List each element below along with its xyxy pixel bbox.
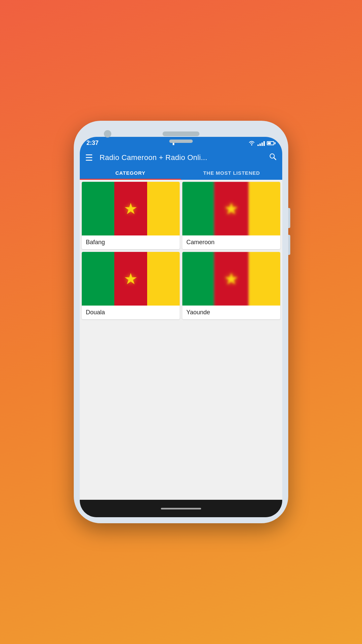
tab-most-listened[interactable]: THE MOST LISTENED	[181, 166, 282, 180]
content-area[interactable]: Bafang	[80, 180, 282, 500]
card-image-bafang	[82, 182, 180, 235]
card-image-cameroon	[182, 182, 280, 235]
status-bar: 2:37 ▮	[80, 137, 282, 149]
wifi-icon	[248, 141, 255, 146]
tab-category[interactable]: CATEGORY	[80, 166, 181, 180]
svg-point-0	[251, 144, 252, 146]
tabs-bar: CATEGORY THE MOST LISTENED	[80, 166, 282, 180]
card-cameroon[interactable]: Cameroon	[182, 182, 280, 249]
card-image-douala	[82, 252, 180, 306]
flag-star-douala	[124, 272, 137, 285]
status-icons	[248, 141, 276, 146]
card-label-cameroon: Cameroon	[182, 235, 280, 249]
phone-camera	[104, 130, 111, 138]
phone-shell: 2:37 ▮	[74, 121, 288, 523]
signal-bars	[257, 141, 265, 146]
svg-line-2	[274, 158, 276, 160]
phone-screen: 2:37 ▮	[80, 137, 282, 517]
flag-star-cameroon	[225, 202, 238, 215]
card-label-bafang: Bafang	[82, 235, 180, 249]
card-image-yaounde	[182, 252, 280, 306]
app-bar: ☰ Radio Cameroon + Radio Onli...	[80, 149, 282, 166]
bottom-nav	[80, 500, 282, 517]
phone-volume-up[interactable]	[288, 208, 290, 228]
battery-icon	[267, 141, 276, 145]
phone-volume-down[interactable]	[288, 235, 290, 255]
category-grid: Bafang	[82, 182, 280, 319]
card-yaounde[interactable]: Yaounde	[182, 252, 280, 319]
card-label-yaounde: Yaounde	[182, 306, 280, 319]
app-title: Radio Cameroon + Radio Onli...	[100, 153, 262, 162]
flag-star-bafang	[124, 202, 137, 215]
phone-speaker-top	[163, 131, 199, 136]
search-icon[interactable]	[269, 153, 277, 163]
home-indicator[interactable]	[161, 508, 201, 509]
menu-icon[interactable]: ☰	[85, 153, 93, 162]
card-bafang[interactable]: Bafang	[82, 182, 180, 249]
card-douala[interactable]: Douala	[82, 252, 180, 319]
flag-star-yaounde	[225, 272, 238, 285]
card-label-douala: Douala	[82, 306, 180, 319]
phone-button-mid	[169, 140, 193, 143]
status-time: 2:37	[86, 140, 99, 147]
